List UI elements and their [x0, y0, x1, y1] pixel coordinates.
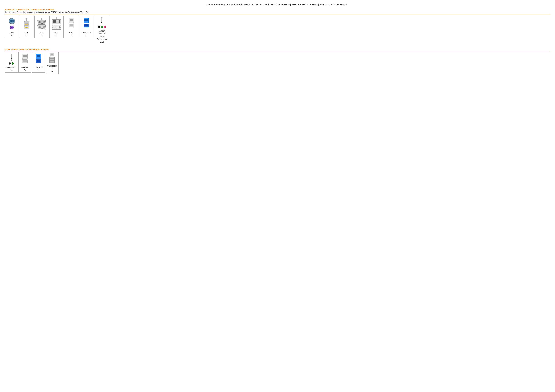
svg-point-54 [44, 27, 45, 28]
svg-rect-114 [11, 54, 12, 59]
connector-usb3: USB-A 3.02x [79, 16, 93, 38]
svg-rect-84 [58, 26, 58, 26]
svg-rect-95 [57, 28, 58, 28]
page-title: Connection diagram Multimedia Work PC | … [5, 3, 550, 6]
usb2-label: USB 2.02x [68, 31, 75, 37]
svg-rect-112 [102, 23, 102, 24]
svg-point-33 [41, 23, 42, 24]
svg-rect-79 [53, 26, 54, 26]
svg-rect-116 [11, 59, 12, 59]
audio-jack-icon [101, 17, 103, 25]
dvid-label: DVI-D1x [54, 31, 59, 37]
svg-point-25 [43, 21, 44, 21]
usb2-front-label: USB 2.03x [21, 66, 29, 72]
svg-rect-69 [53, 22, 54, 23]
vga-icon-area [35, 17, 48, 30]
cardreader-icon [49, 53, 56, 64]
svg-rect-68 [58, 21, 58, 22]
svg-rect-125 [37, 60, 40, 62]
audio-label: AudioConnectors5.1x [97, 35, 107, 43]
svg-rect-82 [56, 26, 57, 26]
svg-point-52 [44, 28, 44, 29]
svg-rect-75 [59, 20, 60, 23]
svg-point-42 [43, 26, 44, 27]
svg-rect-107 [85, 24, 88, 26]
svg-rect-74 [58, 22, 58, 23]
svg-rect-72 [56, 22, 57, 23]
svg-point-44 [39, 27, 40, 28]
usb2-cable-icon [67, 18, 75, 29]
audio-front-label: Audio In/Out1x [6, 66, 17, 72]
lan-cable-icon [23, 18, 30, 29]
svg-rect-3 [11, 23, 13, 24]
dvid-icon-area [50, 17, 63, 30]
svg-rect-58 [54, 20, 55, 21]
svg-point-32 [40, 23, 40, 24]
svg-point-39 [39, 26, 40, 27]
svg-point-49 [40, 28, 40, 29]
svg-point-26 [44, 21, 45, 21]
svg-point-2 [11, 20, 13, 22]
svg-rect-115 [11, 58, 12, 59]
svg-rect-80 [54, 26, 55, 26]
cardreader-icon-area [46, 53, 58, 64]
connector-lan: LAN1x [20, 16, 34, 38]
front-connector-row: Audio In/Out1x USB 2.03x [5, 52, 550, 74]
svg-point-43 [44, 26, 45, 27]
dot-black [98, 26, 100, 28]
svg-rect-86 [54, 27, 55, 27]
svg-rect-111 [102, 22, 102, 23]
connector-vga: VGA1x [35, 16, 49, 38]
svg-point-53 [38, 27, 39, 28]
svg-rect-109 [102, 18, 102, 22]
vga-label: VGA1x [40, 31, 44, 37]
connector-cardreader: Cardreader*1x [45, 52, 58, 74]
svg-rect-117 [11, 59, 12, 61]
svg-point-28 [40, 22, 41, 23]
svg-point-34 [42, 23, 43, 24]
svg-point-99 [60, 27, 61, 28]
svg-rect-121 [23, 60, 27, 62]
connector-usb2: USB 2.02x [64, 16, 79, 38]
audio-dots [98, 26, 106, 28]
front-heading: Front connections front side / top of th… [5, 48, 550, 50]
svg-point-47 [43, 27, 44, 28]
svg-rect-91 [53, 28, 54, 28]
svg-point-76 [52, 21, 53, 22]
usb3-cable-icon [82, 18, 90, 29]
ps2-keyboard-icon [9, 25, 15, 29]
vga-cable-icon [37, 18, 46, 29]
svg-rect-71 [55, 22, 56, 23]
audio-front-dots [9, 62, 14, 64]
svg-rect-92 [54, 28, 55, 28]
svg-rect-105 [85, 19, 88, 21]
svg-rect-101 [70, 19, 73, 21]
connector-audio: *7.1 withFrontpanelConnector AudioConnec… [94, 16, 110, 44]
svg-rect-108 [102, 17, 102, 18]
svg-rect-113 [11, 54, 12, 54]
svg-rect-12 [27, 24, 27, 25]
svg-rect-87 [55, 27, 56, 27]
svg-point-24 [42, 21, 42, 21]
svg-rect-119 [23, 55, 27, 57]
svg-point-98 [52, 27, 53, 28]
svg-point-22 [39, 21, 40, 21]
svg-rect-61 [57, 20, 58, 21]
svg-rect-62 [58, 20, 58, 21]
svg-rect-90 [58, 27, 58, 27]
lan-icon-area [20, 17, 33, 30]
ps2-icon-area [6, 17, 18, 30]
mainboard-connector-row: PS/22x [5, 16, 550, 44]
svg-point-51 [42, 28, 43, 29]
svg-rect-97 [59, 26, 60, 29]
usb2-front-icon [21, 54, 29, 64]
svg-point-46 [42, 27, 42, 28]
usb3-front-icon-area [33, 53, 44, 65]
svg-rect-127 [51, 54, 53, 55]
svg-rect-70 [54, 22, 55, 23]
svg-point-29 [42, 22, 42, 23]
svg-rect-60 [56, 20, 57, 21]
svg-rect-65 [55, 21, 56, 22]
svg-point-50 [41, 28, 42, 29]
dvid-cable-icon [51, 17, 61, 30]
